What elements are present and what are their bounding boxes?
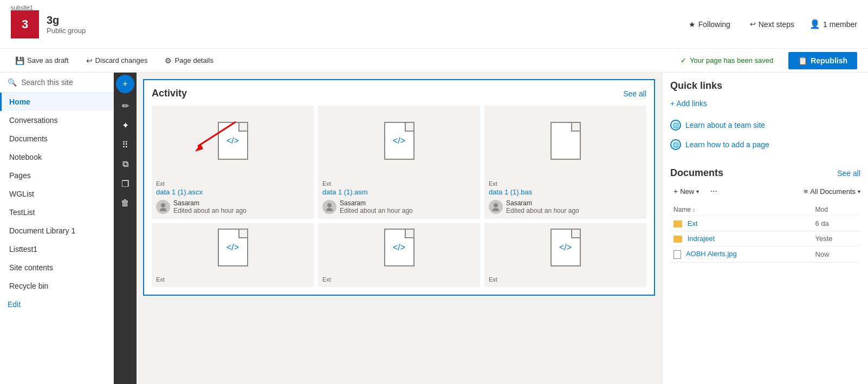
top-header: subsite1 3 3g Public group ★ Following ↩… bbox=[0, 0, 868, 49]
activity-card: Ext data 1 (1).bas Sasaram Edited about … bbox=[484, 106, 646, 219]
search-icon: 🔍 bbox=[8, 78, 17, 87]
doc-name-link[interactable]: Ext bbox=[688, 219, 698, 227]
doc-name-cell: Indrajeet bbox=[670, 231, 812, 246]
avatar bbox=[489, 200, 503, 214]
page-details-button[interactable]: ⚙ Page details bbox=[160, 54, 218, 67]
activity-see-all-link[interactable]: See all bbox=[623, 89, 646, 98]
folder-icon bbox=[673, 236, 682, 243]
card-ext: Ext bbox=[156, 180, 309, 187]
main-layout: 🔍 Search this site Home Conversations Do… bbox=[0, 73, 868, 384]
chevron-down-icon: ▾ bbox=[858, 188, 860, 194]
documents-header: Documents See all bbox=[670, 167, 860, 179]
content-area: Activity See all </> bbox=[137, 73, 868, 384]
edit-duplicate-button[interactable]: ❐ bbox=[116, 174, 134, 193]
card-preview: </> bbox=[318, 106, 480, 176]
svg-point-7 bbox=[493, 208, 499, 211]
sidebar-item-home[interactable]: Home bbox=[0, 93, 113, 111]
svg-point-6 bbox=[494, 203, 498, 207]
mod-column-header: Mod bbox=[812, 204, 860, 216]
activity-card: </> Ext data 1 (1).ascx bbox=[152, 106, 314, 219]
card-info: Ext bbox=[318, 272, 480, 287]
save-draft-button[interactable]: 💾 Save as draft bbox=[11, 54, 73, 67]
card-info: Ext data 1 (1).asm Sasaram Edited about … bbox=[318, 176, 480, 219]
all-documents-button[interactable]: ≡ All Documents ▾ bbox=[804, 187, 860, 196]
check-icon: ✓ bbox=[681, 56, 686, 64]
documents-title: Documents bbox=[670, 167, 723, 179]
svg-point-3 bbox=[160, 208, 166, 211]
add-section-button[interactable]: + bbox=[116, 75, 134, 93]
table-row: Ext 6 da bbox=[670, 216, 860, 231]
sidebar-edit-link[interactable]: Edit bbox=[0, 295, 113, 314]
sidebar-item-site-contents[interactable]: Site contents bbox=[0, 258, 113, 277]
file-icon bbox=[673, 250, 681, 259]
activity-card: </> Ext bbox=[318, 223, 480, 287]
new-document-button[interactable]: + New ▾ bbox=[670, 185, 702, 198]
card-ext: Ext bbox=[322, 180, 476, 187]
quick-link-item[interactable]: 🌐 Learn about a team site bbox=[670, 115, 860, 135]
sidebar-item-testlist[interactable]: TestList bbox=[0, 203, 113, 222]
more-options-button[interactable]: ··· bbox=[707, 184, 721, 198]
sidebar-item-listtest1[interactable]: Listtest1 bbox=[0, 240, 113, 258]
card-preview: </> bbox=[152, 106, 314, 176]
sidebar-item-documents[interactable]: Documents bbox=[0, 129, 113, 148]
sidebar-item-notebook[interactable]: Notebook bbox=[0, 148, 113, 166]
card-filename[interactable]: data 1 (1).asm bbox=[322, 188, 476, 196]
avatar bbox=[156, 200, 170, 214]
quick-links-section: Quick links + Add links 🌐 Learn about a … bbox=[670, 80, 860, 154]
folder-icon bbox=[673, 220, 682, 227]
sidebar-item-wglist[interactable]: WGList bbox=[0, 185, 113, 203]
svg-point-4 bbox=[327, 203, 332, 207]
table-row: Indrajeet Yeste bbox=[670, 231, 860, 246]
card-preview: </> bbox=[152, 223, 314, 272]
doc-name-link[interactable]: AOBH Alerts.jpg bbox=[686, 250, 737, 258]
documents-see-all-link[interactable]: See all bbox=[837, 169, 860, 178]
site-label: subsite1 bbox=[11, 4, 33, 11]
quick-link-item[interactable]: 🌐 Learn how to add a page bbox=[670, 135, 860, 154]
card-preview: </> bbox=[318, 223, 480, 272]
sidebar-item-document-library[interactable]: Document Library 1 bbox=[0, 222, 113, 240]
doc-name-cell: Ext bbox=[670, 216, 812, 231]
doc-name-link[interactable]: Indrajeet bbox=[688, 235, 715, 243]
edit-pencil-button[interactable]: ✏ bbox=[116, 96, 134, 115]
sidebar-item-conversations[interactable]: Conversations bbox=[0, 111, 113, 129]
card-ext: Ext bbox=[156, 276, 309, 283]
edit-delete-button[interactable]: 🗑 bbox=[116, 194, 134, 212]
globe-icon: 🌐 bbox=[670, 139, 681, 150]
card-author: Sasaram Edited about an hour ago bbox=[322, 199, 476, 214]
discard-icon: ↩ bbox=[86, 56, 93, 65]
sidebar-item-recycle-bin[interactable]: Recycle bin bbox=[0, 277, 113, 295]
doc-name-cell: AOBH Alerts.jpg bbox=[670, 246, 812, 263]
chevron-down-icon: ▾ bbox=[696, 188, 699, 194]
doc-date-cell: Now bbox=[812, 246, 860, 263]
activity-card: </> Ext data 1 (1).asm Sasar bbox=[318, 106, 480, 219]
search-site-button[interactable]: 🔍 Search this site bbox=[0, 73, 113, 93]
republish-icon: 📋 bbox=[798, 56, 807, 65]
activity-card: </> Ext bbox=[484, 223, 646, 287]
save-icon: 💾 bbox=[15, 56, 24, 65]
card-info: Ext bbox=[152, 272, 314, 287]
file-code-icon: </> bbox=[550, 229, 581, 266]
author-details: Sasaram Edited about an hour ago bbox=[506, 199, 579, 214]
add-links-button[interactable]: + Add links bbox=[670, 97, 707, 110]
sidebar-item-pages[interactable]: Pages bbox=[0, 166, 113, 185]
author-details: Sasaram Edited about an hour ago bbox=[173, 199, 247, 214]
activity-title: Activity bbox=[152, 88, 187, 99]
card-ext: Ext bbox=[489, 180, 642, 187]
sort-icon: ↕ bbox=[692, 207, 695, 213]
quick-links-title: Quick links bbox=[670, 80, 860, 92]
edit-drag-button[interactable]: ⠿ bbox=[116, 135, 134, 154]
card-filename[interactable]: data 1 (1).bas bbox=[489, 188, 642, 196]
card-preview bbox=[484, 106, 646, 176]
discard-button[interactable]: ↩ Discard changes bbox=[82, 54, 152, 67]
following-button[interactable]: ★ Following bbox=[684, 18, 735, 31]
next-steps-icon: ↩ bbox=[750, 20, 756, 28]
sidebar: 🔍 Search this site Home Conversations Do… bbox=[0, 73, 114, 384]
edit-copy-button[interactable]: ⧉ bbox=[116, 155, 134, 173]
file-code-icon: </> bbox=[384, 122, 414, 160]
plus-icon: + bbox=[673, 187, 678, 196]
edit-move-button[interactable]: ✦ bbox=[116, 116, 134, 134]
card-filename[interactable]: data 1 (1).ascx bbox=[156, 188, 309, 196]
republish-button[interactable]: 📋 Republish bbox=[788, 52, 857, 69]
documents-table: Name ↕ Mod Ext 6 da bbox=[670, 204, 860, 263]
next-steps-button[interactable]: ↩ Next steps bbox=[746, 18, 799, 31]
